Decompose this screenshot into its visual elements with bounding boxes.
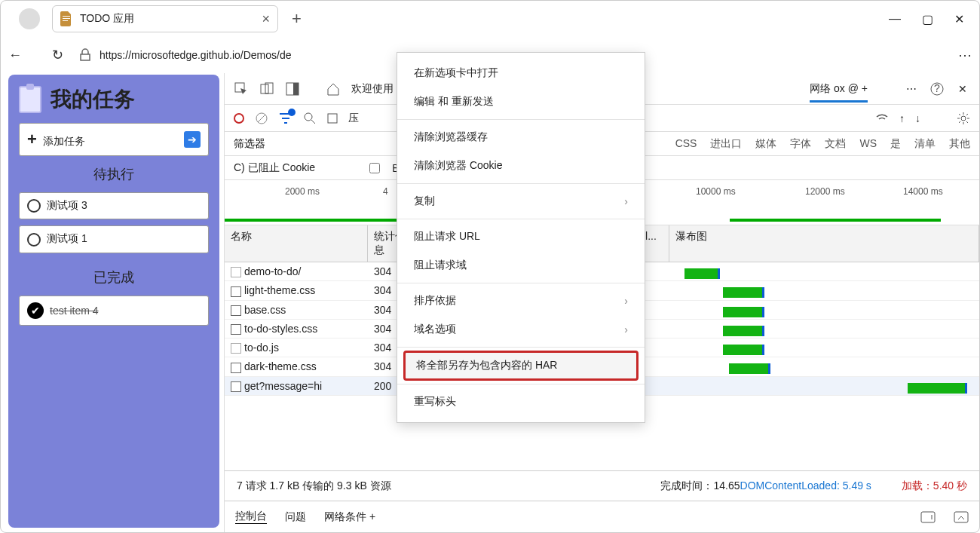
- filter-cat[interactable]: WS: [859, 137, 877, 149]
- svg-rect-4: [293, 83, 299, 95]
- col-waterfall[interactable]: 瀑布图: [669, 225, 979, 262]
- blocked-cookie-label: C) 已阻止 Cookie: [234, 161, 315, 175]
- menu-item[interactable]: 排序依据›: [397, 286, 645, 315]
- filter-cat[interactable]: 字体: [790, 137, 811, 149]
- preserve-log-checkbox[interactable]: [327, 113, 338, 124]
- svg-line-8: [258, 115, 265, 122]
- task-circle-icon[interactable]: [27, 233, 41, 247]
- page-icon: [60, 11, 72, 26]
- tab-title: TODO 应用: [80, 12, 262, 26]
- settings-icon[interactable]: [957, 112, 970, 125]
- load-label: 加载：5.40 秒: [902, 479, 967, 493]
- svg-rect-14: [954, 512, 968, 522]
- back-button[interactable]: ←: [8, 47, 22, 63]
- search-icon[interactable]: [303, 112, 317, 125]
- titlebar: TODO 应用 × + — ▢ ✕: [1, 1, 979, 37]
- task-item[interactable]: 测试项 1: [19, 225, 209, 253]
- dock-icon[interactable]: [285, 81, 300, 96]
- filter-cat[interactable]: 其他: [949, 137, 970, 149]
- more-button[interactable]: ⋯: [958, 47, 972, 63]
- browser-tab[interactable]: TODO 应用 ×: [52, 5, 278, 32]
- svg-point-9: [305, 113, 312, 121]
- svg-point-12: [961, 116, 966, 121]
- drawer: 控制台 问题 网络条件 +: [225, 501, 979, 532]
- drawer-netcond[interactable]: 网络条件 +: [324, 510, 375, 524]
- wifi-icon[interactable]: [875, 112, 889, 125]
- filter-label[interactable]: 筛选器: [234, 137, 265, 151]
- tab-close-icon[interactable]: ×: [262, 11, 270, 27]
- close-devtools-icon[interactable]: ✕: [955, 81, 970, 96]
- dcl-label: DOMContentLoaded: 5.49 s: [740, 479, 871, 492]
- filter-cat[interactable]: 进出口: [710, 137, 742, 149]
- submenu-arrow-icon: ›: [624, 195, 628, 207]
- menu-item[interactable]: 复制›: [397, 187, 645, 216]
- menu-item[interactable]: 在新选项卡中打开: [397, 59, 645, 87]
- menu-item[interactable]: 清除浏览器缓存: [397, 123, 645, 152]
- col-name[interactable]: 名称: [225, 225, 368, 262]
- svg-rect-13: [921, 512, 935, 522]
- clipboard-icon: [19, 86, 41, 113]
- task-circle-icon[interactable]: [27, 199, 41, 213]
- summary: 7 请求 1.7 kB 传输的 9.3 kB 资源: [237, 479, 391, 493]
- url-text: https://microsoftedge.github.io/Demos/de: [100, 49, 291, 61]
- minimize-button[interactable]: —: [889, 12, 901, 26]
- task-item[interactable]: 测试项 3: [19, 192, 209, 219]
- refresh-button[interactable]: ↻: [52, 47, 63, 63]
- tab-welcome[interactable]: 欢迎使用: [351, 82, 394, 96]
- menu-item[interactable]: 将全部另存为包含内容的 HAR: [403, 351, 639, 381]
- add-task-button[interactable]: +添加任务 ➔: [19, 123, 209, 156]
- home-icon: [326, 81, 341, 96]
- todo-app: 我的任务 +添加任务 ➔ 待执行 测试项 3测试项 1 已完成 ✔test it…: [8, 75, 219, 528]
- drawer-console[interactable]: 控制台: [235, 510, 267, 524]
- tab-network[interactable]: 网络 ox @ +: [810, 82, 868, 103]
- menu-item[interactable]: 阻止请求 URL: [397, 222, 645, 251]
- inspect-icon[interactable]: [234, 81, 249, 96]
- checkmark-icon[interactable]: ✔: [27, 302, 44, 319]
- menu-item[interactable]: 阻止请求域: [397, 251, 645, 280]
- submenu-arrow-icon: ›: [624, 323, 628, 335]
- close-window-button[interactable]: ✕: [954, 12, 964, 26]
- upload-icon[interactable]: ↑: [899, 112, 905, 124]
- record-button[interactable]: [234, 113, 244, 124]
- submit-arrow-icon[interactable]: ➔: [184, 131, 201, 148]
- pending-header: 待执行: [19, 165, 209, 183]
- menu-item[interactable]: 重写标头: [397, 387, 645, 416]
- filter-cat[interactable]: 媒体: [755, 137, 776, 149]
- app-title: 我的任务: [51, 85, 135, 114]
- menu-item[interactable]: 编辑 和 重新发送: [397, 87, 645, 116]
- window-controls: — ▢ ✕: [889, 12, 973, 26]
- maximize-button[interactable]: ▢: [922, 12, 933, 26]
- svg-text:?: ?: [934, 82, 940, 94]
- filter-toggle-icon[interactable]: [279, 112, 292, 125]
- menu-item[interactable]: 域名选项›: [397, 315, 645, 344]
- more-tools-icon[interactable]: ⋯: [904, 81, 919, 96]
- status-bar: 7 请求 1.7 kB 传输的 9.3 kB 资源 完成时间：14.65DOMC…: [225, 470, 979, 501]
- clear-button[interactable]: [255, 112, 268, 125]
- svg-rect-1: [261, 84, 268, 93]
- menu-item[interactable]: 清除浏览器 Cookie: [397, 152, 645, 180]
- bioc-checkbox[interactable]: [369, 163, 380, 173]
- drawer-icon-1[interactable]: [920, 511, 936, 523]
- task-done-item[interactable]: ✔test item 4: [19, 296, 209, 326]
- lock-icon: [78, 48, 92, 62]
- done-header: 已完成: [19, 268, 209, 286]
- profile-avatar[interactable]: [19, 8, 40, 29]
- new-tab-button[interactable]: +: [292, 9, 302, 29]
- submenu-arrow-icon: ›: [624, 295, 628, 307]
- help-icon[interactable]: ?: [929, 81, 945, 96]
- filter-cat[interactable]: CSS: [675, 137, 697, 149]
- drawer-icon-2[interactable]: [954, 511, 969, 523]
- context-menu: 在新选项卡中打开编辑 和 重新发送清除浏览器缓存清除浏览器 Cookie复制›阻…: [397, 52, 645, 423]
- svg-rect-11: [328, 114, 337, 123]
- filter-cat[interactable]: 清单: [914, 137, 936, 149]
- filter-cat[interactable]: 是: [890, 137, 901, 149]
- filter-cat[interactable]: 文档: [825, 137, 846, 149]
- drawer-issues[interactable]: 问题: [285, 510, 306, 524]
- compress-label[interactable]: 压: [348, 112, 359, 125]
- device-icon[interactable]: [259, 81, 274, 96]
- svg-line-10: [311, 120, 315, 124]
- download-icon[interactable]: ↓: [915, 112, 920, 124]
